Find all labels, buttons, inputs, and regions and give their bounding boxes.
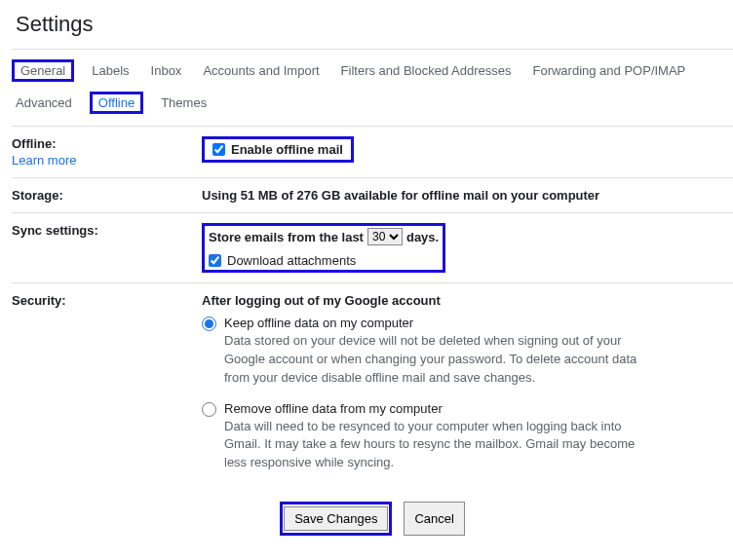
section-storage: Storage: Using 51 MB of 276 GB available… xyxy=(12,178,733,213)
security-option: Keep offline data on my computerData sto… xyxy=(202,316,733,388)
download-attachments-checkbox[interactable] xyxy=(209,254,221,267)
page-title: Settings xyxy=(12,12,733,37)
security-option-desc: Data will need to be resynced to your co… xyxy=(224,418,653,473)
storage-text: Using 51 MB of 276 GB available for offl… xyxy=(202,188,733,203)
learn-more-link[interactable]: Learn more xyxy=(12,153,202,168)
tab-inbox[interactable]: Inbox xyxy=(147,61,186,80)
section-security: Security: After logging out of my Google… xyxy=(12,283,733,496)
enable-offline-label: Enable offline mail xyxy=(231,142,343,157)
store-prefix: Store emails from the last xyxy=(209,230,364,244)
save-button[interactable]: Save Changes xyxy=(284,506,388,531)
security-heading: After logging out of my Google account xyxy=(202,293,733,308)
download-attachments-label: Download attachments xyxy=(227,253,356,268)
tab-offline[interactable]: Offline xyxy=(95,93,138,112)
enable-offline-checkbox[interactable] xyxy=(212,143,225,156)
tabs-secondary: AdvancedOfflineThemes xyxy=(12,88,733,127)
store-suffix: days. xyxy=(406,230,439,244)
sync-label: Sync settings: xyxy=(12,223,202,273)
section-offline: Offline: Learn more Enable offline mail xyxy=(12,127,733,178)
offline-label: Offline: xyxy=(12,136,57,151)
section-sync: Sync settings: Store emails from the las… xyxy=(12,213,733,283)
tab-general[interactable]: General xyxy=(17,61,69,80)
tab-forwarding-and-pop-imap[interactable]: Forwarding and POP/IMAP xyxy=(528,61,689,80)
security-option: Remove offline data from my computerData… xyxy=(202,401,733,473)
tab-themes[interactable]: Themes xyxy=(157,93,211,112)
security-option-desc: Data stored on your device will not be d… xyxy=(224,332,653,388)
button-row: Save Changes Cancel xyxy=(12,496,733,536)
tab-accounts-and-import[interactable]: Accounts and Import xyxy=(199,61,323,80)
security-option-label: Keep offline data on my computer xyxy=(224,316,653,330)
storage-label: Storage: xyxy=(12,188,202,203)
security-radio-1[interactable] xyxy=(202,402,216,417)
tab-labels[interactable]: Labels xyxy=(88,61,133,80)
tabs-primary: GeneralLabelsInboxAccounts and ImportFil… xyxy=(12,49,733,88)
cancel-button[interactable]: Cancel xyxy=(404,502,464,536)
tab-advanced[interactable]: Advanced xyxy=(12,93,76,112)
security-radio-0[interactable] xyxy=(202,317,216,331)
security-label: Security: xyxy=(12,293,202,486)
sync-days-select[interactable]: 30 xyxy=(367,228,403,245)
tab-filters-and-blocked-addresses[interactable]: Filters and Blocked Addresses xyxy=(337,61,516,80)
security-option-label: Remove offline data from my computer xyxy=(224,401,653,416)
